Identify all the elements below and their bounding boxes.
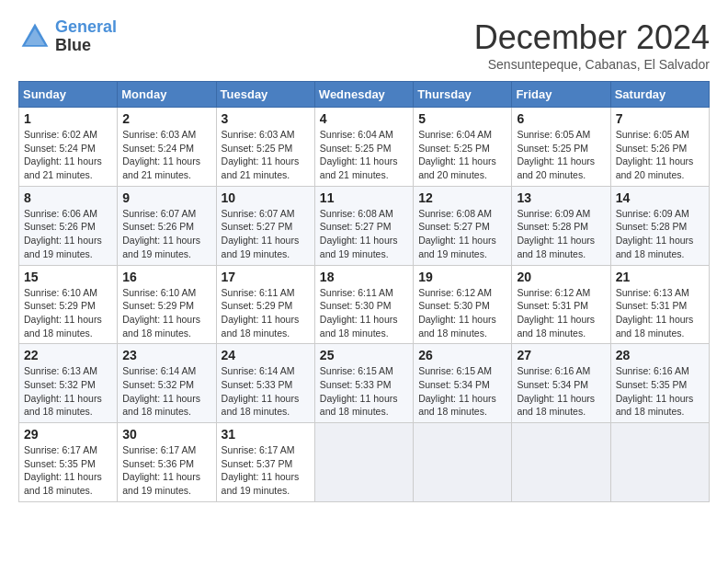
- calendar-cell: 29Sunrise: 6:17 AMSunset: 5:35 PMDayligh…: [19, 423, 118, 502]
- weekday-header-tuesday: Tuesday: [216, 82, 314, 108]
- logo-icon: [18, 20, 51, 53]
- calendar-cell: 12Sunrise: 6:08 AMSunset: 5:27 PMDayligh…: [414, 186, 512, 265]
- day-number: 31: [222, 427, 310, 442]
- day-number: 20: [517, 270, 605, 284]
- day-info: Sunrise: 6:14 AMSunset: 5:32 PMDaylight:…: [122, 364, 210, 419]
- calendar-cell: 6Sunrise: 6:05 AMSunset: 5:25 PMDaylight…: [512, 108, 610, 187]
- calendar-cell: 27Sunrise: 6:16 AMSunset: 5:34 PMDayligh…: [512, 344, 610, 423]
- day-number: 15: [24, 270, 112, 284]
- calendar-cell: 7Sunrise: 6:05 AMSunset: 5:26 PMDaylight…: [610, 108, 709, 187]
- month-title: December 2024: [474, 18, 710, 57]
- calendar-cell: [414, 423, 512, 502]
- calendar-cell: 21Sunrise: 6:13 AMSunset: 5:31 PMDayligh…: [610, 265, 709, 344]
- weekday-header-sunday: Sunday: [19, 82, 118, 108]
- day-info: Sunrise: 6:09 AMSunset: 5:28 PMDaylight:…: [517, 207, 605, 261]
- day-number: 13: [517, 190, 605, 205]
- day-number: 5: [418, 111, 506, 126]
- day-number: 3: [222, 111, 310, 126]
- day-number: 24: [222, 348, 310, 362]
- calendar-cell: 17Sunrise: 6:11 AMSunset: 5:29 PMDayligh…: [216, 265, 314, 344]
- weekday-header-friday: Friday: [512, 82, 610, 108]
- weekday-header-wednesday: Wednesday: [314, 82, 413, 108]
- day-number: 23: [122, 348, 210, 362]
- calendar-week-2: 8Sunrise: 6:06 AMSunset: 5:26 PMDaylight…: [19, 186, 710, 265]
- day-number: 28: [616, 348, 704, 362]
- calendar-cell: 18Sunrise: 6:11 AMSunset: 5:30 PMDayligh…: [314, 265, 413, 344]
- calendar-cell: 24Sunrise: 6:14 AMSunset: 5:33 PMDayligh…: [216, 344, 314, 423]
- day-info: Sunrise: 6:03 AMSunset: 5:25 PMDaylight:…: [222, 128, 310, 182]
- calendar-week-1: 1Sunrise: 6:02 AMSunset: 5:24 PMDaylight…: [19, 108, 710, 187]
- day-number: 22: [24, 348, 112, 362]
- calendar-cell: 10Sunrise: 6:07 AMSunset: 5:27 PMDayligh…: [216, 186, 314, 265]
- day-number: 16: [122, 270, 210, 284]
- day-number: 6: [517, 111, 605, 126]
- calendar-cell: 20Sunrise: 6:12 AMSunset: 5:31 PMDayligh…: [512, 265, 610, 344]
- day-number: 12: [418, 190, 506, 205]
- day-number: 7: [616, 111, 704, 126]
- calendar-cell: 16Sunrise: 6:10 AMSunset: 5:29 PMDayligh…: [118, 265, 216, 344]
- calendar-cell: 22Sunrise: 6:13 AMSunset: 5:32 PMDayligh…: [19, 344, 118, 423]
- page-header: General Blue December 2024 Sensuntepeque…: [18, 18, 710, 72]
- day-info: Sunrise: 6:14 AMSunset: 5:33 PMDaylight:…: [222, 364, 310, 419]
- calendar-cell: [610, 423, 709, 502]
- calendar-cell: 1Sunrise: 6:02 AMSunset: 5:24 PMDaylight…: [19, 108, 118, 187]
- calendar-cell: 28Sunrise: 6:16 AMSunset: 5:35 PMDayligh…: [610, 344, 709, 423]
- day-info: Sunrise: 6:08 AMSunset: 5:27 PMDaylight:…: [320, 207, 408, 261]
- day-info: Sunrise: 6:08 AMSunset: 5:27 PMDaylight:…: [418, 207, 506, 261]
- day-info: Sunrise: 6:16 AMSunset: 5:35 PMDaylight:…: [616, 364, 704, 419]
- calendar-cell: 26Sunrise: 6:15 AMSunset: 5:34 PMDayligh…: [414, 344, 512, 423]
- day-number: 29: [24, 427, 112, 442]
- calendar-cell: 2Sunrise: 6:03 AMSunset: 5:24 PMDaylight…: [118, 108, 216, 187]
- day-number: 21: [616, 270, 704, 284]
- day-number: 26: [418, 348, 506, 362]
- calendar-cell: 8Sunrise: 6:06 AMSunset: 5:26 PMDaylight…: [19, 186, 118, 265]
- day-number: 8: [24, 190, 112, 205]
- day-info: Sunrise: 6:12 AMSunset: 5:30 PMDaylight:…: [418, 286, 506, 340]
- day-info: Sunrise: 6:15 AMSunset: 5:34 PMDaylight:…: [418, 364, 506, 419]
- day-number: 30: [122, 427, 210, 442]
- calendar-cell: 31Sunrise: 6:17 AMSunset: 5:37 PMDayligh…: [216, 423, 314, 502]
- day-info: Sunrise: 6:04 AMSunset: 5:25 PMDaylight:…: [320, 128, 408, 182]
- title-block: December 2024 Sensuntepeque, Cabanas, El…: [474, 18, 710, 72]
- day-number: 25: [320, 348, 408, 362]
- day-number: 17: [222, 270, 310, 284]
- location: Sensuntepeque, Cabanas, El Salvador: [474, 57, 710, 72]
- day-info: Sunrise: 6:02 AMSunset: 5:24 PMDaylight:…: [24, 128, 112, 182]
- day-info: Sunrise: 6:03 AMSunset: 5:24 PMDaylight:…: [122, 128, 210, 182]
- calendar-cell: 19Sunrise: 6:12 AMSunset: 5:30 PMDayligh…: [414, 265, 512, 344]
- day-info: Sunrise: 6:11 AMSunset: 5:29 PMDaylight:…: [222, 286, 310, 340]
- calendar-cell: 23Sunrise: 6:14 AMSunset: 5:32 PMDayligh…: [118, 344, 216, 423]
- calendar-week-4: 22Sunrise: 6:13 AMSunset: 5:32 PMDayligh…: [19, 344, 710, 423]
- calendar-header-row: SundayMondayTuesdayWednesdayThursdayFrid…: [19, 82, 710, 108]
- day-info: Sunrise: 6:13 AMSunset: 5:32 PMDaylight:…: [24, 364, 112, 419]
- calendar-cell: 5Sunrise: 6:04 AMSunset: 5:25 PMDaylight…: [414, 108, 512, 187]
- day-info: Sunrise: 6:12 AMSunset: 5:31 PMDaylight:…: [517, 286, 605, 340]
- day-info: Sunrise: 6:13 AMSunset: 5:31 PMDaylight:…: [616, 286, 704, 340]
- day-info: Sunrise: 6:17 AMSunset: 5:36 PMDaylight:…: [122, 443, 210, 498]
- calendar-cell: 4Sunrise: 6:04 AMSunset: 5:25 PMDaylight…: [314, 108, 413, 187]
- calendar-cell: 13Sunrise: 6:09 AMSunset: 5:28 PMDayligh…: [512, 186, 610, 265]
- day-number: 2: [122, 111, 210, 126]
- day-info: Sunrise: 6:11 AMSunset: 5:30 PMDaylight:…: [320, 286, 408, 340]
- day-number: 18: [320, 270, 408, 284]
- day-info: Sunrise: 6:07 AMSunset: 5:26 PMDaylight:…: [122, 207, 210, 261]
- day-number: 10: [222, 190, 310, 205]
- day-info: Sunrise: 6:09 AMSunset: 5:28 PMDaylight:…: [616, 207, 704, 261]
- weekday-header-thursday: Thursday: [414, 82, 512, 108]
- day-info: Sunrise: 6:05 AMSunset: 5:25 PMDaylight:…: [517, 128, 605, 182]
- day-info: Sunrise: 6:17 AMSunset: 5:35 PMDaylight:…: [24, 443, 112, 498]
- calendar-table: SundayMondayTuesdayWednesdayThursdayFrid…: [18, 81, 710, 502]
- day-info: Sunrise: 6:15 AMSunset: 5:33 PMDaylight:…: [320, 364, 408, 419]
- day-info: Sunrise: 6:17 AMSunset: 5:37 PMDaylight:…: [222, 443, 310, 498]
- weekday-header-saturday: Saturday: [610, 82, 709, 108]
- day-info: Sunrise: 6:16 AMSunset: 5:34 PMDaylight:…: [517, 364, 605, 419]
- day-info: Sunrise: 6:07 AMSunset: 5:27 PMDaylight:…: [222, 207, 310, 261]
- calendar-week-5: 29Sunrise: 6:17 AMSunset: 5:35 PMDayligh…: [19, 423, 710, 502]
- day-info: Sunrise: 6:10 AMSunset: 5:29 PMDaylight:…: [24, 286, 112, 340]
- calendar-cell: 11Sunrise: 6:08 AMSunset: 5:27 PMDayligh…: [314, 186, 413, 265]
- day-number: 9: [122, 190, 210, 205]
- calendar-cell: 30Sunrise: 6:17 AMSunset: 5:36 PMDayligh…: [118, 423, 216, 502]
- calendar-cell: 9Sunrise: 6:07 AMSunset: 5:26 PMDaylight…: [118, 186, 216, 265]
- calendar-cell: 14Sunrise: 6:09 AMSunset: 5:28 PMDayligh…: [610, 186, 709, 265]
- calendar-cell: 25Sunrise: 6:15 AMSunset: 5:33 PMDayligh…: [314, 344, 413, 423]
